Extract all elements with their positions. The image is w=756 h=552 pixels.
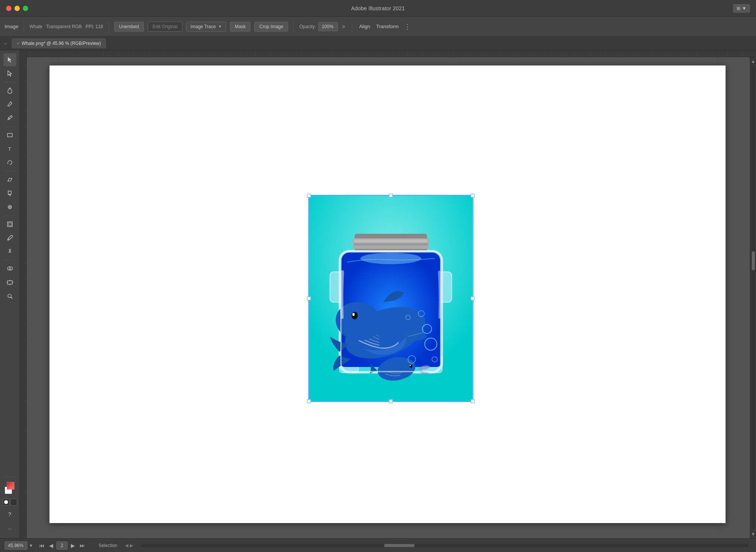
- tool-separator-6: [4, 477, 16, 477]
- eyedropper-tool-button[interactable]: [3, 231, 16, 244]
- nav-first-button[interactable]: ⏮: [38, 542, 46, 549]
- more-tools-button[interactable]: ···: [3, 522, 16, 535]
- zoom-chevron[interactable]: ▼: [29, 543, 33, 548]
- bottom-tools: ? ···: [3, 475, 17, 535]
- crop-frame-button[interactable]: [3, 218, 16, 231]
- canvas-area: ▲ ▼: [27, 50, 756, 538]
- bottom-scrollbar[interactable]: [141, 544, 748, 547]
- image-trace-label: Image Trace: [190, 24, 216, 29]
- unembed-button[interactable]: Unembed: [114, 22, 144, 32]
- expand-button[interactable]: >: [340, 23, 346, 30]
- handle-top-right[interactable]: [471, 194, 475, 198]
- transform-label: Transform: [376, 24, 399, 29]
- minimize-button[interactable]: [14, 6, 20, 11]
- handle-top-left[interactable]: [307, 194, 311, 198]
- more-options-icon[interactable]: ⋮: [404, 22, 411, 31]
- artboard: [49, 65, 726, 523]
- tool-separator-1: [4, 82, 16, 82]
- selected-image-wrapper[interactable]: [308, 195, 474, 402]
- nav-last-button[interactable]: ⏭: [78, 542, 86, 549]
- layout-icon: ⊞: [737, 6, 740, 11]
- healing-tool-button[interactable]: [3, 201, 16, 214]
- handle-middle-left[interactable]: [307, 297, 311, 300]
- screen-mode-icon[interactable]: [10, 499, 17, 506]
- separator-1: [24, 21, 24, 32]
- scroll-thumb[interactable]: [752, 251, 755, 270]
- tab-title: Whale.png* @ 45.96 % (RGB/Preview): [22, 41, 101, 46]
- nav-prev-button[interactable]: ◀: [48, 542, 55, 549]
- title-bar: Adobe Illustrator 2021 ⊞ ▼: [0, 0, 756, 17]
- layout-button[interactable]: ⊞ ▼: [733, 4, 750, 13]
- maximize-button[interactable]: [23, 6, 28, 11]
- status-scroll-left[interactable]: ◀: [125, 543, 128, 548]
- svg-rect-7: [8, 223, 11, 225]
- document-tab[interactable]: × Whale.png* @ 45.96 % (RGB/Preview): [12, 38, 106, 48]
- image-label: Image: [5, 24, 18, 29]
- mask-button[interactable]: Mask: [230, 22, 251, 32]
- bottom-scroll-thumb[interactable]: [384, 544, 415, 547]
- normal-mode-icon[interactable]: [3, 499, 10, 506]
- status-scroll-arrows: ◀ ▶: [125, 543, 133, 548]
- status-bar: 45.96% ▼ ⏮ ◀ 2 ▶ ⏭ Selection ◀ ▶: [0, 538, 756, 552]
- handle-bottom-center[interactable]: [389, 399, 393, 403]
- zoom-value[interactable]: 45.96%: [5, 541, 27, 550]
- tab-scroll-left[interactable]: ‹‹: [3, 40, 8, 46]
- svg-point-52: [410, 365, 411, 366]
- svg-rect-26: [20, 50, 27, 538]
- page-number-input[interactable]: 2: [56, 541, 68, 550]
- shape-builder-button[interactable]: [3, 262, 16, 275]
- image-selection-box[interactable]: [308, 195, 474, 402]
- rotate-tool-button[interactable]: [3, 156, 16, 169]
- mode-icons: [3, 499, 17, 506]
- tab-scroll-arrows: ‹‹: [3, 40, 8, 46]
- artboard-tool-button[interactable]: [3, 276, 16, 289]
- handle-top-center[interactable]: [389, 194, 393, 198]
- tool-separator-4: [4, 215, 16, 216]
- svg-point-47: [352, 312, 358, 319]
- opacity-label: Opacity:: [299, 24, 316, 29]
- page-nav-controls: ⏮ ◀ 2 ▶ ⏭: [38, 541, 86, 550]
- svg-text:T: T: [8, 147, 11, 152]
- layout-chevron: ▼: [742, 6, 746, 11]
- fill-tool-button[interactable]: [3, 187, 16, 200]
- zoom-tool-button[interactable]: [3, 290, 16, 303]
- paintbrush-tool-button[interactable]: [3, 98, 16, 111]
- left-toolbar: T: [0, 50, 20, 538]
- separator-4: [352, 21, 352, 32]
- direct-selection-tool-button[interactable]: [3, 67, 16, 80]
- image-trace-button[interactable]: Image Trace ▼: [186, 22, 226, 32]
- nav-next-button[interactable]: ▶: [69, 542, 77, 549]
- help-button[interactable]: ?: [3, 508, 16, 521]
- svg-line-21: [11, 297, 12, 299]
- crop-image-button[interactable]: Crop Image: [254, 22, 288, 32]
- opacity-value[interactable]: 100%: [318, 22, 338, 31]
- align-label: Align: [359, 24, 370, 29]
- svg-point-48: [352, 313, 355, 316]
- text-tool-button[interactable]: T: [3, 142, 16, 155]
- handle-middle-right[interactable]: [471, 297, 475, 300]
- svg-point-8: [7, 239, 9, 241]
- handle-bottom-left[interactable]: [307, 399, 311, 403]
- handle-bottom-right[interactable]: [471, 399, 475, 403]
- horizontal-ruler: [27, 50, 756, 57]
- close-button[interactable]: [6, 6, 11, 11]
- rectangle-tool-button[interactable]: [3, 129, 16, 142]
- tab-close-icon[interactable]: ×: [17, 41, 19, 46]
- zoom-control: 45.96% ▼: [5, 541, 33, 550]
- pen-tool-button[interactable]: [3, 84, 16, 97]
- scroll-up-arrow[interactable]: ▲: [750, 57, 756, 65]
- tab-bar: ‹‹ × Whale.png* @ 45.96 % (RGB/Preview): [0, 37, 756, 50]
- edit-original-button[interactable]: Edit Original: [148, 22, 182, 32]
- selection-tool-button[interactable]: [3, 53, 16, 66]
- window-controls: [6, 6, 28, 11]
- status-scroll-right[interactable]: ▶: [130, 543, 133, 548]
- eraser-tool-button[interactable]: [3, 173, 16, 186]
- tool-separator-2: [4, 126, 16, 127]
- color-swatches[interactable]: [3, 481, 17, 495]
- svg-point-9: [9, 249, 11, 251]
- puppet-warp-button[interactable]: [3, 245, 16, 258]
- right-scrollbar[interactable]: ▲ ▼: [750, 57, 756, 538]
- scroll-down-arrow[interactable]: ▼: [750, 530, 756, 538]
- pencil-tool-button[interactable]: [3, 112, 16, 124]
- ppi-info: PPI: 118: [86, 24, 103, 29]
